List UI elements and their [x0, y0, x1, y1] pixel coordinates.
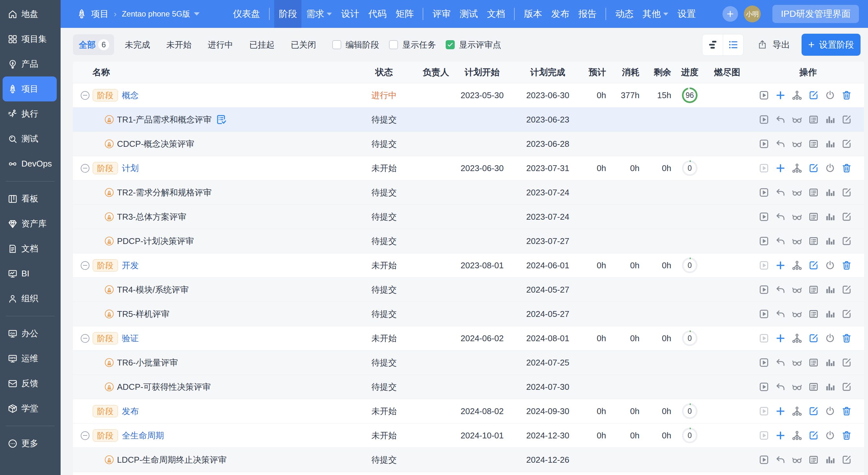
glasses-icon[interactable]: [792, 138, 803, 149]
breadcrumb-app-label[interactable]: 项目: [91, 8, 108, 20]
undo-icon[interactable]: [775, 381, 786, 392]
top-menu-item-15[interactable]: 设置: [673, 0, 700, 28]
glasses-icon[interactable]: [792, 284, 803, 295]
play-icon[interactable]: [758, 406, 770, 417]
review-name[interactable]: TR4-模块/系统评审: [117, 284, 189, 295]
edit-icon[interactable]: [808, 90, 819, 101]
sidebar-item-program-grid[interactable]: 项目集: [0, 27, 61, 52]
top-menu-item-10[interactable]: 版本: [519, 0, 547, 28]
glasses-icon[interactable]: [792, 357, 803, 368]
undo-icon[interactable]: [775, 454, 786, 465]
stage-name-link[interactable]: 开发: [122, 260, 139, 271]
column-header-9[interactable]: 进度: [674, 66, 706, 78]
play-icon[interactable]: [758, 357, 770, 368]
sidebar-item-qa-magnifier[interactable]: 测试: [0, 126, 61, 151]
trash-icon[interactable]: [841, 406, 852, 417]
split-icon[interactable]: [792, 260, 803, 271]
undo-icon[interactable]: [775, 211, 786, 222]
filter-tab-3[interactable]: 未开始: [166, 39, 191, 51]
stage-name-link[interactable]: 全生命周期: [122, 430, 164, 441]
plus-icon[interactable]: [775, 430, 786, 441]
column-header-3[interactable]: 负责人: [418, 66, 454, 78]
review-name[interactable]: TR2-需求分解和规格评审: [117, 187, 212, 198]
split-icon[interactable]: [792, 90, 803, 101]
sidebar-item-more-dots[interactable]: 更多: [0, 431, 61, 456]
collapse-toggle-icon[interactable]: [81, 91, 89, 100]
sidebar-item-feedback-mail[interactable]: 反馈: [0, 371, 61, 396]
column-header-6[interactable]: 预计: [585, 66, 609, 78]
power-icon[interactable]: [825, 90, 836, 101]
barchart-icon[interactable]: [825, 381, 836, 392]
barchart-icon[interactable]: [825, 357, 836, 368]
collapse-toggle-icon[interactable]: [81, 431, 89, 440]
column-header-4[interactable]: 计划开始: [454, 66, 510, 78]
split-icon[interactable]: [792, 406, 803, 417]
sidebar-item-assets-gem[interactable]: 资产库: [0, 211, 61, 236]
undo-icon[interactable]: [775, 138, 786, 149]
list-detail-icon[interactable]: [808, 284, 819, 295]
collapse-toggle-icon[interactable]: [81, 164, 89, 173]
split-icon[interactable]: [792, 163, 803, 174]
play-icon[interactable]: [758, 211, 770, 222]
review-name[interactable]: LDCP-生命周期终止决策评审: [117, 454, 226, 466]
collapse-toggle-icon[interactable]: [81, 334, 89, 343]
column-header-2[interactable]: 状态: [350, 66, 418, 78]
sidebar-item-execution-runner[interactable]: 执行: [0, 101, 61, 126]
play-icon[interactable]: [758, 163, 770, 174]
column-header-1[interactable]: 名称: [73, 66, 350, 78]
filter-checkbox-1[interactable]: 编辑阶段: [332, 39, 379, 51]
review-name[interactable]: TR3-总体方案评审: [117, 211, 186, 223]
trash-icon[interactable]: [841, 163, 852, 174]
review-name[interactable]: TR5-样机评审: [117, 309, 169, 320]
review-name[interactable]: TR6-小批量评审: [117, 357, 178, 369]
sidebar-item-school-box[interactable]: 学堂: [0, 396, 61, 421]
sidebar-item-devops-infinity[interactable]: DevOps: [0, 151, 61, 176]
power-icon[interactable]: [825, 430, 836, 441]
edit-plain-icon[interactable]: [841, 187, 852, 198]
checkbox-icon[interactable]: [332, 40, 341, 49]
power-icon[interactable]: [825, 406, 836, 417]
plus-icon[interactable]: [775, 163, 786, 174]
barchart-icon[interactable]: [825, 284, 836, 295]
stage-name-link[interactable]: 验证: [122, 333, 139, 344]
undo-icon[interactable]: [775, 114, 786, 125]
trash-icon[interactable]: [841, 90, 852, 101]
top-menu-item-1[interactable]: 仪表盘: [228, 0, 265, 28]
stage-name-link[interactable]: 计划: [122, 163, 139, 174]
play-icon[interactable]: [758, 260, 770, 271]
play-icon[interactable]: [758, 454, 770, 465]
plus-icon[interactable]: [775, 333, 786, 344]
play-icon[interactable]: [758, 187, 770, 198]
review-name[interactable]: PDCP-计划决策评审: [117, 235, 194, 247]
play-icon[interactable]: [758, 114, 770, 125]
power-icon[interactable]: [825, 260, 836, 271]
edit-plain-icon[interactable]: [841, 309, 852, 319]
list-view-icon[interactable]: [723, 34, 743, 55]
barchart-icon[interactable]: [825, 187, 836, 198]
ipd-workflow-button[interactable]: IPD研发管理界面: [772, 5, 859, 23]
list-detail-icon[interactable]: [808, 454, 819, 465]
play-icon[interactable]: [758, 430, 770, 441]
edit-icon[interactable]: [808, 163, 819, 174]
checkbox-icon[interactable]: [389, 40, 398, 49]
top-menu-item-8[interactable]: 测试: [455, 0, 482, 28]
play-icon[interactable]: [758, 381, 770, 392]
undo-icon[interactable]: [775, 357, 786, 368]
edit-icon[interactable]: [808, 333, 819, 344]
barchart-icon[interactable]: [825, 211, 836, 222]
undo-icon[interactable]: [775, 235, 786, 247]
power-icon[interactable]: [825, 333, 836, 344]
avatar[interactable]: 小明: [744, 5, 761, 22]
sidebar-item-org-person[interactable]: 组织: [0, 286, 61, 311]
split-icon[interactable]: [792, 430, 803, 441]
sidebar-item-project-rocket[interactable]: 项目: [3, 76, 57, 101]
top-menu-item-3[interactable]: 需求: [302, 0, 336, 28]
list-detail-icon[interactable]: [808, 114, 819, 125]
edit-plain-icon[interactable]: [841, 381, 852, 392]
edit-plain-icon[interactable]: [841, 138, 852, 149]
list-detail-icon[interactable]: [808, 309, 819, 319]
review-doc-icon[interactable]: [216, 114, 227, 125]
undo-icon[interactable]: [775, 309, 786, 319]
stage-name-link[interactable]: 概念: [122, 90, 139, 101]
edit-icon[interactable]: [808, 260, 819, 271]
